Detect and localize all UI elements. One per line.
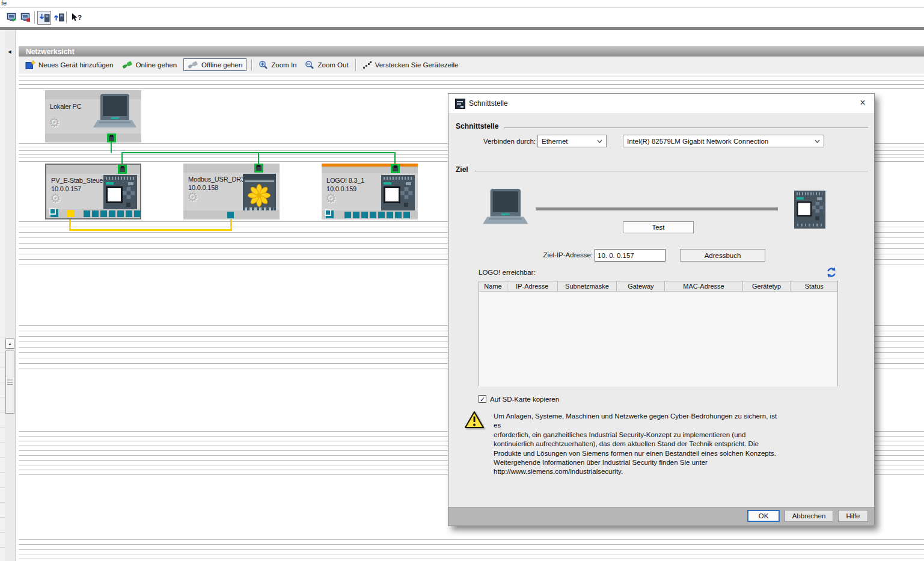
laptop-graphic — [93, 94, 136, 129]
serial-connection-line[interactable] — [230, 218, 232, 230]
download-to-device-button[interactable] — [37, 11, 51, 25]
ok-button[interactable]: OK — [747, 510, 780, 522]
menu-item-hilfe-remnant[interactable]: fe — [1, 0, 7, 7]
menubar-divider — [0, 7, 924, 8]
address-book-button[interactable]: Adressbuch — [680, 249, 765, 262]
cancel-button[interactable]: Abbrechen — [785, 510, 833, 522]
col-status[interactable]: Status — [791, 281, 837, 291]
splitter-drag-handle[interactable] — [5, 351, 14, 414]
target-ip-label: Ziel-IP-Adresse: — [521, 251, 593, 259]
ruled-band — [19, 76, 924, 90]
go-offline-button[interactable]: Offline gehen — [183, 58, 246, 71]
serial-port[interactable] — [227, 212, 234, 218]
help-button[interactable]: Hilfe — [838, 510, 868, 522]
toolbar-separator — [251, 59, 252, 71]
stop-transfer-button[interactable] — [19, 11, 32, 23]
collapse-panel-button[interactable]: ◄ — [5, 47, 14, 56]
toolbar-separator — [66, 11, 67, 23]
upload-from-device-button[interactable] — [52, 11, 65, 23]
help-question-glyph: ? — [78, 14, 82, 21]
device-strip — [45, 133, 141, 143]
close-icon[interactable]: × — [857, 97, 868, 109]
plc-graphic — [381, 175, 415, 216]
new-device-icon — [25, 60, 35, 70]
io-port-row[interactable] — [84, 210, 141, 217]
col-ip[interactable]: IP-Adresse — [507, 281, 557, 291]
device-pv[interactable]: PV_E-Stab_Steueru... 10.0.0.157 ⚙ — [45, 164, 141, 219]
hide-device-row-button[interactable]: Verstecken Sie Gerätezeile — [361, 60, 460, 70]
network-adapter-select[interactable]: Intel(R) 82579LM Gigabit Network Connect… — [623, 135, 824, 147]
warning-icon — [464, 411, 485, 429]
connection-type-select[interactable]: Ethernet — [537, 135, 607, 147]
sd-card-label: Auf SD-Karte kopieren — [490, 396, 559, 403]
ethernet-port[interactable] — [107, 133, 116, 143]
monitor-stop-icon — [20, 13, 31, 22]
add-device-button[interactable]: Neues Gerät hinzufügen — [23, 59, 115, 71]
gear-icon: ⚙ — [50, 192, 61, 204]
col-name[interactable]: Name — [479, 281, 507, 291]
io-port-row[interactable] — [344, 212, 410, 218]
device-logo[interactable]: LOGO! 8.3_1 10.0.0.159 ⚙ — [322, 164, 418, 219]
ethernet-connection-line[interactable] — [394, 152, 396, 164]
chevron-down-icon — [597, 139, 602, 143]
reachable-table-body — [479, 292, 837, 387]
zoom-in-label: Zoom In — [271, 61, 296, 69]
section-rule — [504, 127, 868, 128]
source-pc-graphic — [483, 189, 528, 225]
col-device-type[interactable]: Gerätetyp — [743, 281, 791, 291]
network-toolbar: Neues Gerät hinzufügen Online gehen Offl… — [19, 57, 924, 73]
gear-icon: ⚙ — [325, 192, 337, 204]
toolbar-separator — [34, 11, 35, 23]
splitter-up-button[interactable]: ▲ — [5, 339, 14, 349]
ethernet-port[interactable] — [118, 165, 127, 174]
pane-title: Netzwerksicht — [19, 46, 924, 57]
start-transfer-button[interactable] — [5, 11, 18, 23]
dialog-button-bar: OK Abbrechen Hilfe — [448, 507, 874, 526]
chevron-down-icon — [815, 139, 820, 143]
copy-badge-icon — [326, 210, 334, 218]
offline-plug-icon — [188, 60, 198, 69]
test-button[interactable]: Test — [623, 221, 694, 233]
help-pointer-icon — [71, 13, 78, 22]
go-offline-label: Offline gehen — [201, 61, 242, 69]
col-gateway[interactable]: Gateway — [617, 281, 665, 291]
device-name: LOGO! 8.3_1 — [326, 177, 364, 184]
zoom-in-button[interactable]: Zoom In — [257, 59, 298, 71]
zoom-out-button[interactable]: Zoom Out — [303, 59, 350, 71]
serial-connection-line[interactable] — [69, 218, 71, 230]
sd-card-checkbox[interactable]: ✓ — [479, 395, 486, 403]
ethernet-port[interactable] — [391, 164, 400, 173]
target-plc-graphic — [794, 191, 825, 228]
dialog-titlebar[interactable]: Schnittstelle × — [448, 94, 874, 113]
download-arrow-icon — [39, 13, 50, 23]
target-ip-input[interactable] — [595, 249, 665, 262]
go-online-button[interactable]: Online gehen — [120, 59, 179, 70]
serial-port-yellow[interactable] — [67, 210, 74, 217]
zoom-in-icon — [259, 60, 268, 70]
col-mac[interactable]: MAC-Adresse — [665, 281, 742, 291]
serial-connection-line[interactable] — [69, 229, 232, 231]
toolbar-separator — [355, 59, 356, 71]
ethernet-connection-line[interactable] — [121, 152, 123, 164]
device-name: Modbus_USR_DR302 — [188, 176, 252, 183]
reachable-table: Name IP-Adresse Subnetzmaske Gateway MAC… — [479, 281, 838, 386]
context-help-button[interactable]: ? — [69, 11, 84, 23]
hide-device-row-label: Verstecken Sie Gerätezeile — [375, 61, 459, 69]
col-subnet[interactable]: Subnetzmaske — [558, 281, 617, 291]
device-modbus[interactable]: Modbus_USR_DR302 10.0.0.158 ⚙ — [183, 164, 280, 219]
ethernet-connection-line[interactable] — [258, 152, 259, 164]
ethernet-connection-line[interactable] — [111, 141, 112, 153]
toolbar-bottom-band — [0, 27, 924, 30]
add-device-label: Neues Gerät hinzufügen — [38, 61, 114, 69]
dialog-title: Schnittstelle — [469, 99, 508, 108]
reachable-label: LOGO! erreichbar: — [479, 269, 536, 276]
interface-dialog: Schnittstelle × Schnittstelle Verbinden … — [448, 93, 875, 526]
security-notice-text: Um Anlagen, Systeme, Maschinen und Netzw… — [494, 412, 782, 477]
panel-splitter[interactable] — [5, 30, 16, 561]
device-local-pc[interactable]: Lokaler PC ⚙ — [45, 90, 141, 143]
zoom-out-icon — [305, 60, 314, 70]
network-adapter-value: Intel(R) 82579LM Gigabit Network Connect… — [627, 138, 768, 145]
refresh-icon[interactable] — [826, 267, 837, 278]
ethernet-port[interactable] — [254, 164, 263, 173]
copy-badge-icon — [50, 209, 58, 217]
